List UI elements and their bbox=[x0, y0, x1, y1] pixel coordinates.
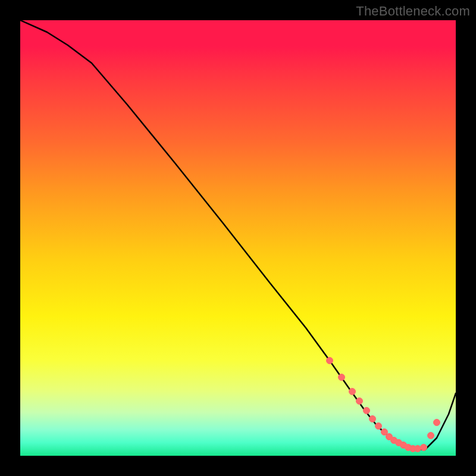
highlight-dot bbox=[349, 389, 356, 395]
highlight-dots bbox=[327, 358, 440, 452]
highlight-dot bbox=[428, 433, 434, 439]
watermark-text: TheBottleneck.com bbox=[356, 4, 470, 19]
highlight-dot bbox=[369, 416, 376, 422]
highlight-dot bbox=[327, 358, 333, 364]
highlight-dot bbox=[434, 419, 440, 426]
highlight-dot bbox=[415, 446, 421, 452]
highlight-dot bbox=[421, 444, 427, 451]
chart-frame: TheBottleneck.com bbox=[0, 0, 476, 476]
curve-layer bbox=[20, 20, 456, 456]
bottleneck-curve bbox=[20, 20, 456, 450]
plot-area bbox=[20, 20, 456, 456]
highlight-dot bbox=[375, 423, 382, 430]
highlight-dot bbox=[339, 374, 345, 381]
highlight-dot bbox=[364, 408, 370, 414]
highlight-dot bbox=[356, 398, 363, 405]
